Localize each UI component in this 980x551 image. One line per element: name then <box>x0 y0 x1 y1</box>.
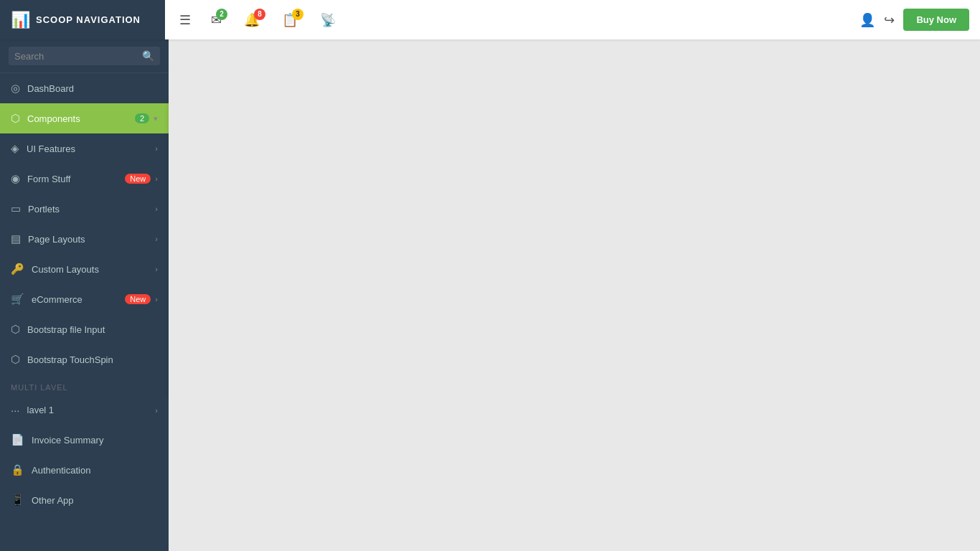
search-button[interactable]: 🔍 <box>142 50 154 62</box>
sidebar-item-label: Authentication <box>32 465 158 476</box>
sidebar-item-label: Custom Layouts <box>32 264 155 275</box>
sidebar-item-bootstraptouchspin[interactable]: ⬡ Bootstrap TouchSpin <box>0 344 169 375</box>
sidebar-item-label: Other App <box>32 495 158 506</box>
sidebar-item-label: Components <box>27 113 135 124</box>
sidebar-item-otherapp[interactable]: 📱 Other App <box>0 485 169 515</box>
components-badge: 2 <box>135 113 149 123</box>
ecommerce-icon: 🛒 <box>11 293 24 306</box>
chevron-right-icon: › <box>155 204 158 213</box>
chevron-right-icon: › <box>155 265 158 273</box>
pagelayouts-icon: ▤ <box>11 232 21 245</box>
components-wrapper: ⬡ Components 2 ▾ ↺ Date & Time Pickers ↺… <box>0 103 169 133</box>
main-layout: 🔍 ◎ DashBoard ⬡ Components 2 ▾ ↺ Date & … <box>0 39 980 551</box>
notification-badge: 8 <box>254 9 265 20</box>
chevron-right-icon: › <box>155 144 158 153</box>
search-input-wrap: 🔍 <box>9 47 160 65</box>
sidebar-item-label: eCommerce <box>32 294 125 305</box>
sidebar-item-ecommerce[interactable]: 🛒 eCommerce New › <box>0 284 169 314</box>
tasks-button[interactable]: 📋 3 <box>276 9 303 32</box>
sidebar-item-bootstrapfileinput[interactable]: ⬡ Bootstrap file Input <box>0 314 169 344</box>
tasks-badge: 3 <box>292 9 303 20</box>
notification-button[interactable]: 🔔 8 <box>238 9 265 32</box>
topbar: 📊 SCOOP NAVIGATION ☰ ✉ 2 🔔 8 📋 3 📡 👤 ↪ B… <box>0 0 980 39</box>
formstuff-icon: ◉ <box>11 172 20 185</box>
bootstrapfileinput-icon: ⬡ <box>11 323 20 336</box>
logo-area: 📊 SCOOP NAVIGATION <box>0 0 165 39</box>
sidebar-item-label: Form Stuff <box>27 174 125 184</box>
user-profile-button[interactable]: 👤 <box>859 12 875 28</box>
feed-button[interactable]: 📡 <box>314 9 341 32</box>
search-box: 🔍 <box>0 39 169 73</box>
customlayouts-icon: 🔑 <box>11 263 24 276</box>
portlets-icon: ▭ <box>11 202 21 215</box>
topbar-right: 👤 ↪ Buy Now <box>859 9 969 31</box>
main-content <box>169 39 980 551</box>
authentication-icon: 🔒 <box>11 463 24 476</box>
sidebar-item-label: Bootstrap TouchSpin <box>27 354 158 365</box>
chevron-right-icon: › <box>155 295 158 303</box>
sidebar-item-pagelayouts[interactable]: ▤ Page Layouts › <box>0 224 169 254</box>
topbar-left: 📊 SCOOP NAVIGATION ☰ ✉ 2 🔔 8 📋 3 📡 <box>11 0 341 39</box>
feed-icon: 📡 <box>320 13 336 27</box>
sidebar-item-customlayouts[interactable]: 🔑 Custom Layouts › <box>0 254 169 284</box>
sidebar-item-label: Page Layouts <box>28 234 155 245</box>
chevron-right-icon: › <box>155 174 158 183</box>
search-input[interactable] <box>14 51 142 62</box>
sidebar-item-dashboard[interactable]: ◎ DashBoard <box>0 73 169 103</box>
chevron-right-icon: › <box>155 235 158 243</box>
uifeatures-icon: ◈ <box>11 142 19 155</box>
new-badge: New <box>125 174 151 184</box>
sidebar-item-lavel1[interactable]: ··· lavel 1 › <box>0 395 169 425</box>
lavel1-icon: ··· <box>11 404 20 416</box>
dashboard-icon: ◎ <box>11 82 20 95</box>
sidebar-item-label: Bootstrap file Input <box>27 324 158 335</box>
mail-button[interactable]: ✉ 2 <box>205 9 227 32</box>
invoicesummary-icon: 📄 <box>11 433 24 446</box>
hamburger-button[interactable]: ☰ <box>176 9 194 32</box>
sidebar-item-formstuff[interactable]: ◉ Form Stuff New › <box>0 164 169 194</box>
multi-level-label: MULTI LAVEL <box>0 375 169 395</box>
logout-button[interactable]: ↪ <box>884 12 895 28</box>
bootstraptouchspin-icon: ⬡ <box>11 353 20 366</box>
sidebar-item-uifeatures[interactable]: ◈ UI Features › <box>0 133 169 164</box>
sidebar-item-label: DashBoard <box>27 83 158 94</box>
sidebar-item-label: lavel 1 <box>27 405 156 415</box>
sidebar-item-invoicesummary[interactable]: 📄 Invoice Summary <box>0 425 169 455</box>
sidebar-item-portlets[interactable]: ▭ Portlets › <box>0 194 169 224</box>
sidebar-item-label: UI Features <box>27 143 155 154</box>
new-badge: New <box>125 294 151 304</box>
sidebar-item-components[interactable]: ⬡ Components 2 ▾ <box>0 103 169 133</box>
sidebar-item-label: Portlets <box>28 204 155 215</box>
logo-text: SCOOP NAVIGATION <box>36 14 141 25</box>
otherapp-icon: 📱 <box>11 494 24 507</box>
chevron-down-icon: ▾ <box>154 114 158 123</box>
buy-now-button[interactable]: Buy Now <box>903 9 969 31</box>
logo-icon: 📊 <box>11 11 30 29</box>
mail-badge: 2 <box>216 9 227 20</box>
sidebar: 🔍 ◎ DashBoard ⬡ Components 2 ▾ ↺ Date & … <box>0 39 169 551</box>
chevron-right-icon: › <box>155 406 158 415</box>
sidebar-item-authentication[interactable]: 🔒 Authentication <box>0 455 169 485</box>
components-icon: ⬡ <box>11 112 20 125</box>
sidebar-item-label: Invoice Summary <box>32 435 158 446</box>
